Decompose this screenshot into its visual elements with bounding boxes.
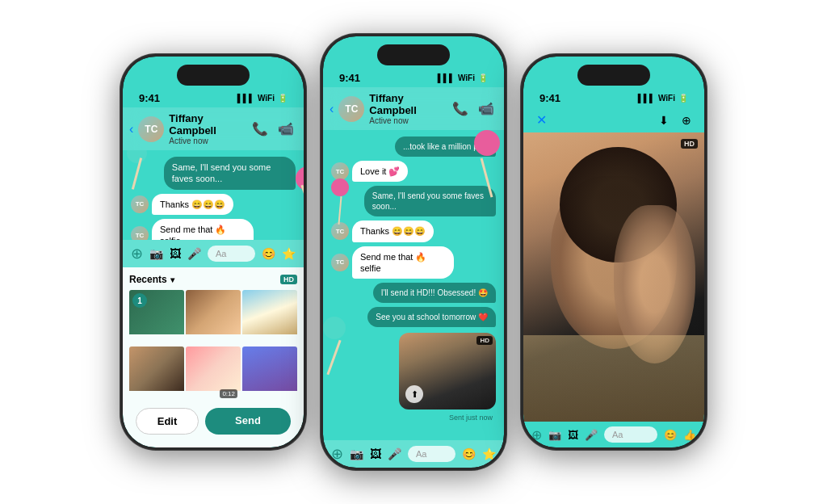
message-input-2[interactable]: Aa xyxy=(408,446,455,462)
phone-1: 9:41 ▌▌▌ WiFi 🔋 ‹ TC Tiffany Campbell Ac… xyxy=(120,54,306,450)
contact-status-1: Active now xyxy=(169,136,247,145)
photo-grid: 1 0:12 xyxy=(129,290,297,401)
contact-name-2: Tiffany Campbell xyxy=(369,92,447,116)
video-icon-2[interactable]: 📹 xyxy=(478,101,494,116)
close-button-3[interactable]: ✕ xyxy=(536,112,547,128)
plus-icon-1[interactable]: ⊕ xyxy=(131,245,143,262)
chat-header-1: ‹ TC Tiffany Campbell Active now 📞 📹 xyxy=(123,107,304,150)
battery-icon: 🔋 xyxy=(278,94,288,103)
status-icons-2: ▌▌▌ WiFi 🔋 xyxy=(438,74,488,82)
hd-corner-3: HD xyxy=(681,139,698,149)
more-icon-3[interactable]: ⊕ xyxy=(682,114,691,127)
camera-icon-1[interactable]: 📷 xyxy=(149,247,163,260)
lollipop-4 xyxy=(323,317,346,376)
emoji-icon-3[interactable]: 😊 xyxy=(664,429,677,441)
signal-icon-3: ▌▌▌ xyxy=(638,94,655,103)
message-2-6: See you at school tomorrow ❤️ xyxy=(367,307,496,327)
message-2-3: Thanks 😄😄😄 xyxy=(352,220,434,242)
back-button-1[interactable]: ‹ xyxy=(129,122,133,136)
mic-icon-3[interactable]: 🎤 xyxy=(585,429,598,441)
input-placeholder-2: Aa xyxy=(416,449,426,459)
photo-thumb-4[interactable] xyxy=(129,346,184,401)
time-1: 9:41 xyxy=(139,92,160,104)
photo-view-3: HD xyxy=(523,132,704,422)
avatar-small-5: TC xyxy=(331,254,349,271)
phone-icon-2[interactable]: 📞 xyxy=(452,101,468,116)
camera-icon-3[interactable]: 📷 xyxy=(548,429,561,441)
selfie-photo: HD xyxy=(523,132,704,422)
phone-icon-1[interactable]: 📞 xyxy=(252,121,268,136)
input-bar-3: ⊕ 📷 🖼 🎤 Aa 😊 👍 xyxy=(523,422,704,447)
time-3: 9:41 xyxy=(539,92,560,104)
photos-icon-2[interactable]: 🖼 xyxy=(370,447,381,460)
avatar-image-2: TC xyxy=(338,96,364,122)
status-icons-1: ▌▌▌ WiFi 🔋 xyxy=(237,94,288,103)
back-button-2[interactable]: ‹ xyxy=(330,102,334,116)
photo-count-badge: 1 xyxy=(132,293,147,308)
emoji-icon-2[interactable]: 😊 xyxy=(462,447,476,460)
photo-thumb-5[interactable]: 0:12 xyxy=(186,346,241,401)
video-duration: 0:12 xyxy=(220,389,237,398)
recents-header: Recents ▾ HD xyxy=(129,274,297,285)
chat-area-2: ...took like a million pics TC Love it 💕… xyxy=(323,130,504,440)
photo-thumb-6[interactable] xyxy=(242,346,297,401)
contact-status-2: Active now xyxy=(369,116,447,125)
sticker-icon-1[interactable]: ⭐ xyxy=(282,247,296,260)
contact-name-1: Tiffany Campbell xyxy=(169,112,247,136)
plus-icon-3[interactable]: ⊕ xyxy=(531,427,542,443)
photo-viewer-header: ✕ ⬇ ⊕ xyxy=(523,107,704,132)
photo-thumb-1[interactable]: 1 xyxy=(129,290,184,345)
send-button[interactable]: Send xyxy=(205,408,291,435)
photo-actions: Edit Send xyxy=(129,401,297,441)
emoji-icon-1[interactable]: 😊 xyxy=(262,247,275,260)
sent-label-2: Sent just now xyxy=(449,414,496,422)
wifi-icon: WiFi xyxy=(258,94,275,103)
message-2-4: Send me that 🔥 selfie xyxy=(352,246,454,279)
plus-icon-2[interactable]: ⊕ xyxy=(331,445,343,463)
camera-icon-2[interactable]: 📷 xyxy=(350,447,363,460)
avatar-image-1: TC xyxy=(138,116,164,142)
sticker-icon-2[interactable]: ⭐ xyxy=(482,447,496,460)
phone-2: 9:41 ▌▌▌ WiFi 🔋 ‹ TC Tiffany Campbell Ac… xyxy=(321,34,506,470)
input-placeholder-3: Aa xyxy=(612,430,623,439)
input-bar-1: ⊕ 📷 🖼 🎤 Aa 😊 ⭐ xyxy=(123,240,304,267)
photos-icon-3[interactable]: 🖼 xyxy=(568,429,578,441)
photos-icon-1[interactable]: 🖼 xyxy=(170,247,181,260)
download-icon-3[interactable]: ⬇ xyxy=(659,114,669,127)
header-actions-2: 📞 📹 xyxy=(452,101,494,116)
contact-info-1: Tiffany Campbell Active now xyxy=(169,112,247,145)
chat-area-1: Same, I'll send you some faves soon... T… xyxy=(123,150,304,240)
message-row-3: TC Send me that 🔥 selfie xyxy=(131,219,258,240)
video-icon-1[interactable]: 📹 xyxy=(278,121,294,136)
message-input-1[interactable]: Aa xyxy=(208,246,255,262)
hd-corner-2: HD xyxy=(476,336,493,345)
photo-thumb-2[interactable] xyxy=(186,290,241,345)
avatar-small-2: TC xyxy=(131,226,149,240)
phones-container: 9:41 ▌▌▌ WiFi 🔋 ‹ TC Tiffany Campbell Ac… xyxy=(0,0,827,504)
thumbsup-icon-3[interactable]: 👍 xyxy=(683,429,696,441)
battery-icon-3: 🔋 xyxy=(678,94,688,103)
car-interior xyxy=(523,335,704,422)
photo-thumb-3[interactable] xyxy=(242,290,297,345)
dynamic-island-2 xyxy=(377,44,450,65)
avatar-small-3: TC xyxy=(331,162,349,180)
message-2-5: I'll send it HD!!! Obsessed! 🤩 xyxy=(373,283,496,303)
mic-icon-2[interactable]: 🎤 xyxy=(388,447,401,460)
avatar-small-4: TC xyxy=(331,222,349,240)
lollipop-5 xyxy=(331,178,349,225)
message-1-1: Same, I'll send you some faves soon... xyxy=(164,157,296,190)
mic-icon-1[interactable]: 🎤 xyxy=(187,247,201,260)
recents-label: Recents xyxy=(129,274,167,285)
wifi-icon-3: WiFi xyxy=(658,94,675,103)
input-bar-2: ⊕ 📷 🖼 🎤 Aa 😊 ⭐ xyxy=(323,440,504,468)
lollipop-3 xyxy=(474,130,500,198)
chat-header-2: ‹ TC Tiffany Campbell Active now 📞 📹 xyxy=(323,87,504,130)
edit-button[interactable]: Edit xyxy=(136,408,199,435)
message-2-1: Love it 💕 xyxy=(352,161,408,182)
contact-info-2: Tiffany Campbell Active now xyxy=(369,92,447,125)
message-input-3[interactable]: Aa xyxy=(604,426,657,443)
avatar-1: TC xyxy=(138,116,164,142)
message-row-2: TC Thanks 😄😄😄 xyxy=(131,194,233,215)
dynamic-island-3 xyxy=(577,65,650,86)
message-1-3: Send me that 🔥 selfie xyxy=(152,219,254,240)
